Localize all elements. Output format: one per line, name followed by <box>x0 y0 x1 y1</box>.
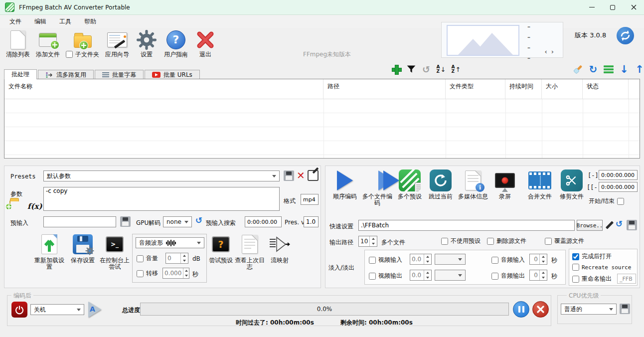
video-fade-out-checkbox[interactable]: 视频输出 <box>369 272 402 280</box>
list-view-button[interactable] <box>602 63 615 76</box>
open-when-done-checkbox[interactable]: 完成后打开 <box>572 252 612 261</box>
undo-button[interactable]: ↺ <box>420 63 433 76</box>
format-input[interactable] <box>301 194 319 205</box>
view-last-log-button[interactable]: 查看上次日志 <box>234 233 266 270</box>
spin-up[interactable] <box>370 236 377 241</box>
start-end-checkbox-input[interactable] <box>617 198 624 205</box>
subfolders-checkbox-input[interactable] <box>66 51 73 58</box>
recreate-source-checkbox-input[interactable] <box>572 264 579 271</box>
trim-end-input[interactable] <box>599 182 638 192</box>
spin-up[interactable] <box>424 270 431 275</box>
preset-select[interactable]: 默认参数 <box>43 170 280 181</box>
delete-source-checkbox[interactable]: 删除源文件 <box>487 237 526 245</box>
rename-output-checkbox-input[interactable] <box>572 276 579 283</box>
next-arrow[interactable]: › <box>551 48 558 55</box>
close-button[interactable] <box>623 0 644 15</box>
add-folder-param-button[interactable] <box>9 201 10 208</box>
add-files-button[interactable]: 添加文件 <box>33 28 63 59</box>
no-preset-checkbox-input[interactable] <box>441 238 448 245</box>
video-fade-out-checkbox-input[interactable] <box>369 273 376 280</box>
spin-down[interactable] <box>183 273 189 278</box>
multi-file-encode-button[interactable]: 多个文件编码 <box>361 169 393 206</box>
edit-path-button[interactable] <box>605 220 615 231</box>
preinput-search-time[interactable] <box>245 216 282 227</box>
spin-down[interactable] <box>424 275 431 280</box>
reload-settings-button[interactable]: 重新加载设置 <box>32 233 66 270</box>
video-fade-out-spinner[interactable]: 0.0 <box>410 270 432 281</box>
output-folder-input[interactable] <box>358 220 575 231</box>
spin-down[interactable] <box>540 259 547 264</box>
trim-files-button[interactable]: 修剪文件 <box>559 169 585 200</box>
rename-suffix-input[interactable] <box>617 274 636 284</box>
audio-waveform-select[interactable]: 音频波形 <box>136 237 204 248</box>
open-when-done-checkbox-input[interactable] <box>572 253 579 260</box>
column-header-type[interactable]: 文件类型 <box>446 79 505 99</box>
after-encode-action-select[interactable]: 关机 <box>30 304 84 315</box>
volume-checkbox-input[interactable] <box>137 255 144 262</box>
menu-tools[interactable]: 工具 <box>53 15 78 28</box>
recreate-source-checkbox[interactable]: Recreate source <box>572 264 631 271</box>
browse-button[interactable]: Browse.. <box>577 220 603 231</box>
save-path-button[interactable] <box>627 220 637 232</box>
settings-button[interactable]: 设置 <box>132 28 161 59</box>
minimize-button[interactable] <box>581 0 602 15</box>
shutdown-button[interactable] <box>11 302 27 318</box>
move-up-button[interactable]: ↑ <box>633 63 644 76</box>
join-files-button[interactable]: 合并文件 <box>525 169 555 200</box>
spin-up[interactable] <box>540 270 547 275</box>
subfolders-checkbox[interactable]: 子文件夹 <box>66 51 99 58</box>
stop-button[interactable] <box>532 301 549 318</box>
file-list-empty[interactable] <box>4 99 640 158</box>
pause-button[interactable] <box>513 301 529 318</box>
shift-spinner[interactable]: 0.000 <box>162 268 189 279</box>
spin-up[interactable] <box>540 254 547 259</box>
column-header-filename[interactable]: 文件名称 <box>4 79 323 99</box>
spin-down[interactable] <box>424 259 431 264</box>
preset-version-input[interactable] <box>304 216 319 227</box>
spin-down[interactable] <box>540 275 547 280</box>
save-preset-button[interactable] <box>284 170 294 182</box>
save-preinput-button[interactable] <box>120 216 131 228</box>
overwrite-source-checkbox[interactable]: 覆盖源文件 <box>545 237 584 245</box>
shift-checkbox[interactable]: 转移 <box>137 269 158 278</box>
stream-map-button[interactable]: 流映射 <box>266 233 294 264</box>
delete-preset-button[interactable]: ✕ <box>297 170 305 180</box>
volume-spinner[interactable]: 0 <box>165 253 188 264</box>
rename-output-checkbox[interactable]: 重命名输出 <box>572 275 612 283</box>
column-header-size[interactable]: 大小 <box>542 79 583 99</box>
try-preset-button[interactable]: ? 尝试预设 <box>208 233 234 264</box>
delete-source-checkbox-input[interactable] <box>487 238 494 245</box>
gpu-decode-select[interactable]: none <box>163 216 192 227</box>
move-down-button[interactable]: ↓ <box>618 63 631 76</box>
fx-variables-button[interactable]: f(x) <box>27 202 42 211</box>
file-table[interactable]: 文件名称 路径 文件类型 持续时间 大小 状态 <box>4 79 640 159</box>
multi-count-spinner[interactable]: 10 <box>358 236 377 247</box>
video-fade-in-checkbox[interactable]: 视频输入 <box>369 256 402 264</box>
maximize-button[interactable] <box>602 0 623 15</box>
spin-down[interactable] <box>370 241 377 246</box>
audio-fade-out-checkbox[interactable]: 音频输出 <box>491 272 525 280</box>
try-console-button[interactable]: >_ 在控制台上尝试 <box>97 233 132 270</box>
tab-batch-urls[interactable]: 批量 URLs <box>145 70 200 79</box>
menu-help[interactable]: 帮助 <box>78 15 103 28</box>
video-fade-in-spinner[interactable]: 0.0 <box>410 254 432 265</box>
sort-desc-button[interactable]: AZ↑ <box>450 63 463 76</box>
spin-up[interactable] <box>183 268 189 273</box>
column-header-status[interactable]: 状态 <box>583 79 629 99</box>
skip-current-button[interactable]: 跳过当前 <box>426 169 455 200</box>
tab-stream-mux[interactable]: 流多路复用 <box>38 70 94 79</box>
menu-file[interactable]: 文件 <box>3 15 28 28</box>
spin-up[interactable] <box>181 253 188 258</box>
trim-start-input[interactable] <box>599 170 638 180</box>
media-info-button[interactable]: i 多媒体信息 <box>457 169 489 200</box>
save-priority-button[interactable] <box>620 304 630 316</box>
audio-fade-in-spinner[interactable]: 0 <box>529 254 547 265</box>
edit-preset-button[interactable] <box>308 170 319 182</box>
prev-arrow[interactable]: ‹ <box>545 48 551 55</box>
video-fade-in-checkbox-input[interactable] <box>369 257 376 264</box>
spin-up[interactable] <box>424 254 431 259</box>
overwrite-source-checkbox-input[interactable] <box>545 238 552 245</box>
audio-fade-out-checkbox-input[interactable] <box>491 273 498 280</box>
sort-asc-button[interactable]: AZ↓ <box>435 63 448 76</box>
refresh-list-button[interactable]: ↻ <box>587 63 600 76</box>
